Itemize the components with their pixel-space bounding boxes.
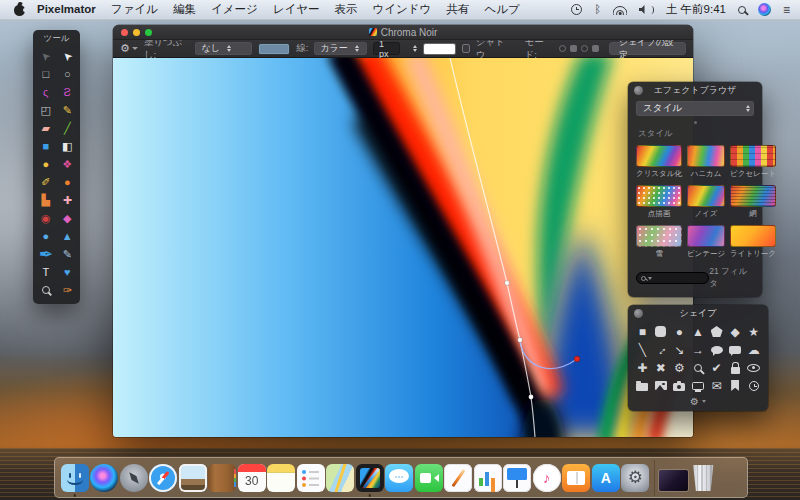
shape-gear[interactable]: ⚙ — [670, 359, 689, 376]
shape-eye[interactable] — [744, 359, 763, 376]
filter-vintage[interactable]: ビンテージ — [687, 225, 725, 259]
dock-messages[interactable] — [385, 458, 415, 497]
tool-slice[interactable]: ╱ — [57, 119, 79, 137]
notification-center-icon[interactable]: ≡ — [783, 4, 790, 16]
tool-pixel-brush[interactable]: ❖ — [57, 155, 79, 173]
menu-item[interactable]: 編集 — [173, 3, 196, 15]
tool-stamp[interactable]: ▙ — [35, 191, 57, 209]
tool-arrange[interactable]: ➤ — [57, 47, 79, 65]
fill-popup[interactable]: なし — [195, 42, 251, 55]
close-icon[interactable] — [634, 86, 643, 95]
spotlight-icon[interactable] — [738, 6, 746, 14]
menu-item[interactable]: イメージ — [211, 3, 258, 15]
tool-zoom[interactable] — [35, 281, 57, 299]
tool-shape[interactable]: ♥ — [57, 263, 79, 281]
apple-menu-icon[interactable] — [14, 3, 25, 16]
tool-heal[interactable]: ✚ — [57, 191, 79, 209]
filter-search-input[interactable] — [636, 272, 709, 284]
volume-icon[interactable] — [639, 5, 654, 14]
dock-contacts[interactable] — [208, 458, 238, 497]
stroke-width-stepper[interactable] — [413, 45, 417, 53]
tool-pencil[interactable]: ✎ — [57, 101, 79, 119]
dock-safari[interactable] — [149, 458, 179, 497]
tool-eyedropper[interactable]: ✑ — [57, 281, 79, 299]
tool-blur[interactable]: ● — [57, 173, 79, 191]
zoom-window-button[interactable] — [145, 29, 152, 36]
shape-display[interactable] — [689, 377, 708, 394]
dock-launchpad[interactable] — [119, 458, 149, 497]
shape-settings-button[interactable]: シェイプの設定 — [609, 42, 686, 55]
filter-noise[interactable]: ノイズ — [687, 185, 725, 219]
tool-sharpen[interactable]: ▲ — [57, 227, 79, 245]
menu-item[interactable]: ヘルプ — [484, 3, 519, 15]
dock-system-preferences[interactable] — [621, 458, 651, 497]
dock-itunes[interactable] — [532, 458, 562, 497]
stroke-color-swatch[interactable] — [423, 43, 455, 55]
shape-bookmark[interactable] — [726, 377, 745, 394]
shape-rounded-square[interactable] — [652, 323, 671, 340]
shape-diamond[interactable]: ◆ — [726, 323, 745, 340]
shape-circle[interactable]: ● — [670, 323, 689, 340]
dock-trash[interactable] — [689, 458, 719, 497]
menu-item[interactable]: ファイル — [111, 3, 158, 15]
mode-normal-icon[interactable] — [559, 45, 566, 52]
tool-dodge[interactable]: ● — [35, 155, 57, 173]
menu-item[interactable]: ウインドウ — [373, 3, 432, 15]
stroke-width-field[interactable]: 1 px — [373, 42, 400, 55]
dock-siri[interactable] — [90, 458, 120, 497]
shape-magnifier[interactable] — [689, 359, 708, 376]
mode-layers-icon[interactable] — [570, 45, 577, 52]
dock-calendar[interactable]: 30 — [237, 458, 267, 497]
dock-pages[interactable] — [444, 458, 474, 497]
dock-appstore[interactable] — [591, 458, 621, 497]
filter-mesh[interactable]: 網 — [730, 185, 776, 219]
shapes-panel-header[interactable]: シェイプ — [628, 305, 768, 321]
bluetooth-icon[interactable]: ᛒ — [594, 4, 601, 15]
shape-checkmark[interactable]: ✔ — [707, 359, 726, 376]
canvas-artwork[interactable] — [113, 58, 693, 437]
minimize-window-button[interactable] — [133, 29, 140, 36]
dock-notes[interactable] — [267, 458, 297, 497]
shape-folder[interactable] — [633, 377, 652, 394]
close-icon[interactable] — [634, 309, 643, 318]
tool-transform[interactable]: ◰ — [35, 101, 57, 119]
mode-rotate-icon[interactable] — [581, 45, 588, 52]
filter-crystallize[interactable]: クリスタル化 — [636, 145, 682, 179]
shape-speech-bubble-square[interactable] — [726, 341, 745, 358]
filter-snow[interactable]: 雪 — [636, 225, 682, 259]
filter-pointillize[interactable]: 点描画 — [636, 185, 682, 219]
dock-pixelmator[interactable] — [355, 458, 385, 497]
tool-eraser[interactable]: ▰ — [35, 119, 57, 137]
menu-bar-clock[interactable]: 土 午前9:41 — [666, 2, 726, 17]
tool-gradient[interactable]: ◧ — [57, 137, 79, 155]
tool-fill[interactable]: ■ — [35, 137, 57, 155]
effects-panel-header[interactable]: エフェクトブラウザ — [628, 82, 762, 98]
shape-square[interactable]: ■ — [633, 323, 652, 340]
shape-speech-bubble-round[interactable] — [707, 341, 726, 358]
tool-paint-brush[interactable]: ✎ — [57, 245, 79, 263]
dock-maps[interactable] — [326, 458, 356, 497]
shape-star[interactable]: ★ — [744, 323, 763, 340]
dock-numbers[interactable] — [473, 458, 503, 497]
tool-type[interactable]: T — [35, 263, 57, 281]
shape-camera[interactable] — [670, 377, 689, 394]
dock-facetime[interactable] — [414, 458, 444, 497]
menu-item[interactable]: 表示 — [335, 3, 358, 15]
dock-ibooks[interactable] — [562, 458, 592, 497]
dock-minimized-window[interactable] — [659, 458, 689, 497]
shape-arrow-diagonal[interactable]: ↘ — [670, 341, 689, 358]
filter-light-leak[interactable]: ライトリーク — [730, 225, 776, 259]
stroke-popup[interactable]: カラー — [314, 42, 367, 55]
tool-move[interactable]: ➤ — [35, 47, 57, 65]
filter-pixelate[interactable]: ピクセレート — [730, 145, 776, 179]
shape-arrow-two-headed[interactable]: ↔ — [652, 341, 671, 358]
mode-flip-icon[interactable] — [592, 45, 599, 52]
gear-icon[interactable]: ⚙ — [690, 396, 699, 407]
canvas-area[interactable] — [113, 58, 693, 437]
tool-ellipse-select[interactable]: ○ — [57, 65, 79, 83]
menu-item[interactable]: 共有 — [446, 3, 469, 15]
shape-lock[interactable] — [726, 359, 745, 376]
dock-reminders[interactable] — [296, 458, 326, 497]
menu-item[interactable]: Pixelmator — [37, 3, 96, 15]
shape-cloud[interactable]: ☁ — [744, 341, 763, 358]
